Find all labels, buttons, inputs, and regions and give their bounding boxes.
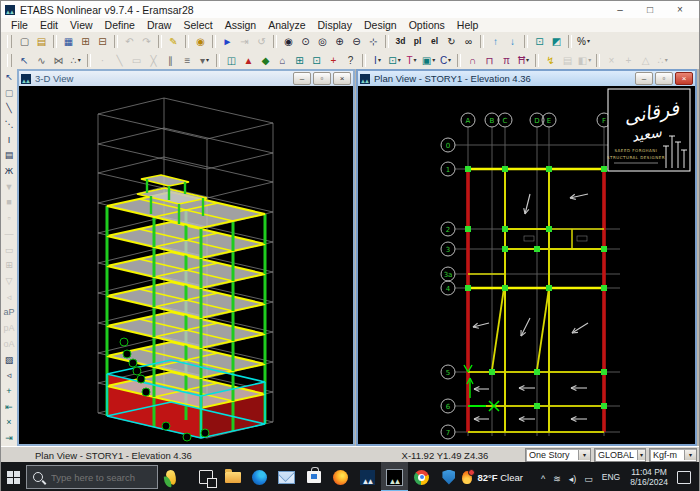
menu-edit[interactable]: Edit <box>34 19 64 31</box>
draw-joint-button[interactable]: · <box>95 52 111 69</box>
plan-minimize-button[interactable]: – <box>635 72 653 85</box>
elevation-view-button[interactable]: el <box>427 33 443 50</box>
run-static-pushover-button[interactable]: ↺ <box>254 33 270 50</box>
3d-view-titlebar[interactable]: 3-D View – ▫ × <box>19 71 353 86</box>
minimize-button[interactable]: – <box>605 1 635 18</box>
3d-close-button[interactable]: × <box>333 72 351 85</box>
draw-wall-stack-button[interactable]: ∩ <box>465 52 481 69</box>
select-pointer-button[interactable]: ↖ <box>17 52 33 69</box>
print-graphics-button[interactable]: ⊞ <box>78 33 94 50</box>
draw-opening-button[interactable]: Ħ▾ <box>516 52 532 69</box>
plan-view-button[interactable]: pl <box>410 33 426 50</box>
menu-view[interactable]: View <box>64 19 99 31</box>
column-point[interactable] <box>601 403 607 409</box>
units-select[interactable]: Kgf-m▾ <box>649 448 697 462</box>
chrome-taskbar-button[interactable] <box>408 462 435 491</box>
hatch-tool-button[interactable]: ▨ <box>2 352 16 367</box>
clock[interactable]: 11:04 PM 8/16/2024 <box>625 467 673 487</box>
3d-view-canvas[interactable] <box>19 86 353 444</box>
draw-ramp-button[interactable]: ⊓ <box>482 52 498 69</box>
open-file-button[interactable]: ▤ <box>34 33 50 50</box>
back-tool-button[interactable]: ◃ <box>2 289 16 304</box>
column-point[interactable] <box>465 285 471 291</box>
plan-restore-button[interactable]: ▫ <box>655 72 673 85</box>
lock-model-button[interactable]: ◉ <box>193 33 209 50</box>
shear-wall[interactable] <box>466 169 470 432</box>
column-point[interactable] <box>546 166 552 172</box>
perspective-toggle-button[interactable]: ∞ <box>461 33 477 50</box>
draw-frame-button[interactable]: ╲ <box>112 52 128 69</box>
more-edit-tools-button[interactable]: ∴▾ <box>655 52 671 69</box>
menu-define[interactable]: Define <box>99 19 141 31</box>
draw-area-box-button[interactable]: ⊡ <box>309 52 325 69</box>
area-assign-tool-button[interactable]: oA <box>2 336 16 351</box>
slab-section-dropdown-button[interactable]: T▾ <box>404 52 420 69</box>
cut-button[interactable]: × <box>604 52 620 69</box>
firefox-taskbar-button[interactable] <box>327 462 354 491</box>
object-shrink-toggle-button[interactable]: ⊡ <box>532 33 548 50</box>
run-analysis-button[interactable]: ► <box>220 33 236 50</box>
draw-panel-button[interactable]: ▤ <box>2 148 16 163</box>
menu-file[interactable]: File <box>5 19 34 31</box>
reshape-objects-button[interactable]: ∿ <box>34 52 50 69</box>
close-button[interactable]: × <box>665 1 695 18</box>
draw-stair-button[interactable]: π <box>499 52 515 69</box>
similar-stories-button[interactable]: ◫ <box>224 52 240 69</box>
save-model-button[interactable]: ▦ <box>61 33 77 50</box>
wall-section-dropdown-button[interactable]: ⊡▾ <box>387 52 403 69</box>
zoom-in-button[interactable]: ⊕ <box>332 33 348 50</box>
refresh-window-button[interactable]: ✎ <box>166 33 182 50</box>
column-point[interactable] <box>502 285 508 291</box>
design-steel-frame-button[interactable]: ▤ <box>560 52 576 69</box>
run-construction-sequence-button[interactable]: ⇥ <box>237 33 253 50</box>
menu-assign[interactable]: Assign <box>219 19 263 31</box>
list-objects-button[interactable]: ≡ <box>180 52 196 69</box>
deck-section-dropdown-button[interactable]: ▣▾ <box>421 52 437 69</box>
start-button[interactable] <box>1 462 26 491</box>
move-up-in-list-button[interactable]: ↑ <box>488 33 504 50</box>
spot-elevation-button[interactable]: ◆ <box>258 52 274 69</box>
notification-center-icon[interactable] <box>677 471 691 484</box>
language-indicator[interactable]: ENG <box>597 472 625 482</box>
column-point[interactable] <box>601 246 607 252</box>
3d-restore-button[interactable]: ▫ <box>313 72 331 85</box>
volume-icon[interactable]: ◂) <box>565 474 581 484</box>
more-draw-tools-button[interactable]: ▾▾ <box>197 52 213 69</box>
column-point[interactable] <box>534 246 540 252</box>
weather-corn-button[interactable] <box>158 462 185 491</box>
shear-wall[interactable] <box>602 169 606 432</box>
column-point[interactable] <box>502 226 508 232</box>
menu-draw[interactable]: Draw <box>141 19 178 31</box>
prev-tool-button[interactable]: ◃ <box>2 368 16 383</box>
menu-select[interactable]: Select <box>177 19 218 31</box>
pan-button[interactable]: ⊹ <box>366 33 382 50</box>
assign-shortcut-button[interactable]: %▾ <box>576 33 592 50</box>
menu-options[interactable]: Options <box>403 19 451 31</box>
taskbar-search[interactable] <box>26 465 158 489</box>
column-point[interactable] <box>465 166 471 172</box>
first-point-button[interactable]: ⇤ <box>2 399 16 414</box>
draw-reference-point-button[interactable]: + <box>326 52 342 69</box>
menu-design[interactable]: Design <box>358 19 403 31</box>
hidden-icons-caret-icon[interactable]: ^ <box>537 474 549 484</box>
search-input[interactable] <box>49 471 151 484</box>
draw-area-grid-button[interactable]: ⊞ <box>292 52 308 69</box>
set-view-options-button[interactable]: ◩ <box>549 33 565 50</box>
edge-taskbar-button[interactable] <box>246 462 273 491</box>
draw-line-segment-button[interactable]: ⋱ <box>2 117 16 132</box>
plan-view-canvas[interactable]: ABCDEF01233a4567فرقانیسعیدSAEED FORGHANI… <box>358 86 695 444</box>
show-deformed-shape-button[interactable]: ↯ <box>543 52 559 69</box>
snap-options-button[interactable]: ∴▾ <box>68 52 84 69</box>
dash-tool-button[interactable]: — <box>2 227 16 242</box>
paste-button[interactable]: △ <box>638 52 654 69</box>
coord-system-select[interactable]: GLOBAL▾ <box>594 448 646 462</box>
draw-walls-button[interactable]: ⌂ <box>275 52 291 69</box>
wifi-icon[interactable]: ≋ <box>549 474 565 484</box>
draw-column-button[interactable]: I <box>2 132 16 147</box>
column-point[interactable] <box>601 166 607 172</box>
menu-analyze[interactable]: Analyze <box>262 19 311 31</box>
mail-taskbar-button[interactable] <box>273 462 300 491</box>
column-point[interactable] <box>489 369 495 375</box>
rotate-3d-view-button[interactable]: ↻ <box>444 33 460 50</box>
tri-tool-button[interactable]: ▽ <box>2 274 16 289</box>
